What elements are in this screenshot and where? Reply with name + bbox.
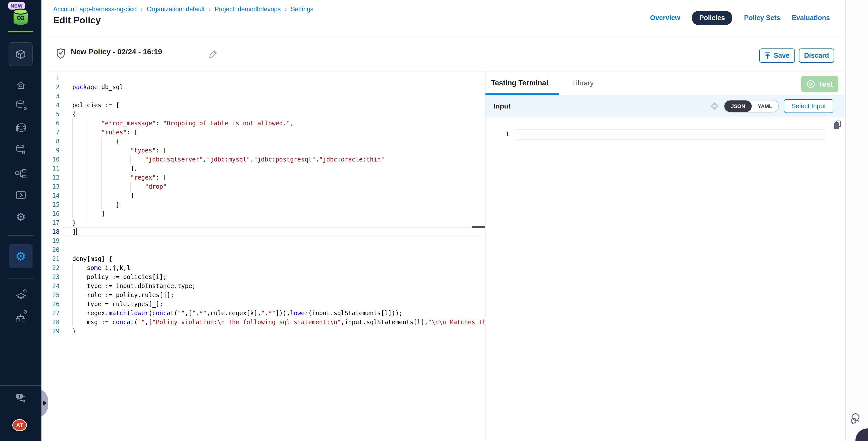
line-number: 22 (47, 263, 63, 273)
line-number: 27 (47, 309, 63, 318)
line-number: 6 (47, 119, 63, 128)
edit-pencil-icon[interactable] (209, 50, 218, 59)
code-line[interactable]: 13 "drop" (47, 182, 485, 191)
breadcrumb-project[interactable]: Project: demodbdevops (215, 5, 281, 13)
test-button[interactable]: Test (801, 76, 838, 92)
code-line[interactable]: 27 regex.match(lower(concat("",[".*",rul… (47, 309, 485, 318)
sidebar-item-home[interactable] (15, 80, 27, 91)
code-line[interactable]: 1 (47, 73, 485, 83)
code-line[interactable]: 6 "error_message": "Dropping of table is… (47, 119, 485, 128)
sidebar-divider (7, 235, 34, 236)
tab-policy-sets[interactable]: Policy Sets (744, 14, 780, 22)
help-chat-icon: ? (15, 392, 27, 404)
indent-guide (87, 119, 87, 128)
sidebar-item-media[interactable] (15, 190, 27, 201)
code-line[interactable]: 22 some i,j,k,l (47, 263, 485, 273)
input-editor-active-line[interactable] (516, 129, 825, 140)
indent-guide (87, 209, 87, 218)
line-number: 12 (47, 173, 63, 182)
code-line[interactable]: 18] (47, 227, 485, 236)
code-line[interactable]: 28 msg := concat("",["Policy violation:\… (47, 318, 485, 327)
indent-guide (87, 173, 87, 182)
code-line[interactable]: 14 ] (47, 191, 485, 200)
tab-library[interactable]: Library (572, 79, 594, 87)
code-line[interactable]: 4policies := [ (47, 101, 485, 110)
sidebar-item-help[interactable]: ? (15, 392, 27, 404)
code-line[interactable]: 9 "types": [ (47, 146, 485, 155)
code-line[interactable]: 20 (47, 245, 485, 254)
input-label: Input (494, 102, 510, 110)
copy-icon[interactable] (834, 121, 842, 130)
code-line[interactable]: 10 "jdbc:sqlserver","jdbc:mysql","jdbc:p… (47, 155, 485, 164)
code-line[interactable]: 16 ] (47, 209, 485, 218)
indent-guide (87, 182, 87, 191)
line-number: 16 (47, 209, 63, 218)
sidebar-item-settings-selected[interactable]: ⚙ (9, 244, 33, 268)
code-line[interactable]: 5{ (47, 110, 485, 119)
support-chat-icon[interactable] (850, 411, 864, 426)
play-circle-icon (806, 80, 815, 88)
sidebar-item-database-stack[interactable] (15, 122, 27, 134)
indent-guide (87, 200, 87, 209)
code-line[interactable]: 17} (47, 218, 485, 227)
select-input-button[interactable]: Select Input (784, 99, 833, 113)
format-toggle-yaml[interactable]: YAML (752, 100, 778, 112)
line-number: 5 (47, 110, 63, 119)
code-line[interactable]: 25 rule := policy.rules[j]; (47, 290, 485, 300)
breadcrumb-settings[interactable]: Settings (291, 5, 313, 13)
input-editor-line-number: 1 (499, 131, 509, 138)
gear-icon-selected: ⚙ (15, 250, 26, 262)
code-line[interactable]: 7 "rules": [ (47, 128, 485, 137)
code-line[interactable]: 26 type = rule.types[_]; (47, 300, 485, 309)
sidebar-item-settings[interactable]: ⚙ (15, 211, 27, 223)
gear-icon: ⚙ (16, 212, 26, 222)
code-line[interactable]: 3 (47, 92, 485, 101)
line-number: 8 (47, 137, 63, 146)
gear-badge-icon: ⚙ (23, 309, 28, 315)
code-line[interactable]: 8 { (47, 137, 485, 146)
code-line[interactable]: 2package db_sql (47, 83, 485, 92)
indent-guide (101, 155, 102, 164)
sidebar-item-org-settings[interactable]: ⚙ (15, 311, 27, 323)
line-number: 26 (47, 300, 63, 309)
home-icon (15, 80, 26, 91)
code-line[interactable]: 11 ], (47, 164, 485, 173)
user-avatar[interactable]: AT (12, 419, 27, 431)
code-format-icon: </> (710, 102, 719, 111)
sidebar-item-hierarchy[interactable] (15, 168, 27, 180)
code-line[interactable]: 24 type := input.dbInstance.type; (47, 282, 485, 290)
code-line[interactable]: 15 } (47, 200, 485, 209)
policy-name-title: New Policy - 02/24 - 16:19 (71, 48, 162, 56)
discard-button[interactable]: Discard (799, 49, 834, 63)
code-line[interactable]: 29} (47, 327, 485, 336)
breadcrumb-organization[interactable]: Organization: default (147, 5, 205, 13)
indent-guide (101, 137, 102, 146)
indent-guide (87, 137, 87, 146)
chat-widget-blob[interactable] (856, 429, 868, 441)
breadcrumb-account[interactable]: Account: app-harness-ng-cicd (53, 5, 136, 13)
policy-code-editor[interactable]: 12package db_sql34policies := [5{6 "erro… (47, 71, 485, 441)
db-devops-module-logo-icon[interactable]: ∞ (11, 8, 30, 27)
code-line[interactable]: 19 (47, 236, 485, 245)
sidebar-item-database-grid[interactable] (15, 144, 27, 155)
tab-evaluations[interactable]: Evaluations (792, 14, 830, 22)
sidebar-item-layers-settings[interactable]: ⚙ (15, 290, 27, 302)
tab-policies-active[interactable]: Policies (692, 11, 733, 25)
module-indicator-line (8, 31, 33, 32)
tab-overview[interactable]: Overview (650, 14, 680, 22)
code-line[interactable]: 12 "regex": [ (47, 173, 485, 182)
indent-guide (101, 164, 102, 173)
save-button[interactable]: Save (759, 49, 795, 63)
code-line[interactable]: 23 policy := policies[i]; (47, 273, 485, 282)
policy-nav-tabs: Overview Policies Policy Sets Evaluation… (650, 10, 830, 26)
tab-testing-terminal[interactable]: Testing Terminal (491, 79, 548, 87)
indent-guide (130, 182, 131, 191)
indent-guide (101, 200, 102, 209)
upload-icon (765, 52, 771, 59)
right-utility-rail (845, 0, 868, 441)
format-toggle-json[interactable]: JSON (724, 100, 752, 112)
overview-ruler-cursor-mark (472, 226, 485, 228)
sidebar-item-module-selector[interactable] (8, 42, 33, 66)
sidebar-item-database-settings[interactable]: ⚙ (15, 99, 27, 111)
code-line[interactable]: 21deny[msg] { (47, 254, 485, 263)
